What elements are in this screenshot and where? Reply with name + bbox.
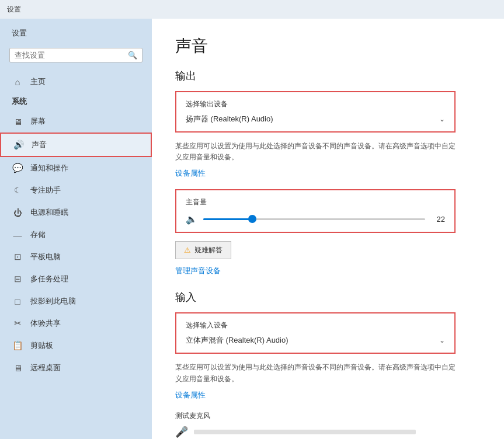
- sidebar-multitask-label: 多任务处理: [30, 274, 68, 284]
- sidebar-home-label: 主页: [30, 76, 46, 87]
- tablet-icon: ⊡: [12, 252, 23, 262]
- volume-slider-container[interactable]: [203, 213, 425, 225]
- input-device-box: 选择输入设备 立体声混音 (Realtek(R) Audio) ⌄: [175, 312, 456, 354]
- remote-icon: 🖥: [12, 363, 23, 373]
- power-icon: ⏻: [12, 208, 23, 218]
- sidebar-focus-label: 专注助手: [30, 185, 61, 196]
- mic-test-label: 测试麦克风: [175, 411, 481, 421]
- mic-level-bar: [194, 430, 416, 434]
- warning-icon: ⚠: [184, 246, 191, 255]
- sidebar-power-label: 电源和睡眠: [30, 207, 68, 218]
- input-section-title: 输入: [175, 290, 481, 304]
- input-device-properties-link[interactable]: 设备属性: [175, 390, 206, 400]
- sidebar-tablet-label: 平板电脑: [30, 252, 61, 262]
- input-device-label: 选择输入设备: [186, 320, 445, 330]
- page-title: 声音: [175, 35, 481, 57]
- multitask-icon: ⊟: [12, 274, 23, 284]
- output-device-value: 扬声器 (Realtek(R) Audio): [186, 114, 273, 124]
- sidebar-project-label: 投影到此电脑: [30, 296, 76, 306]
- sidebar-item-home[interactable]: ⌂ 主页: [0, 71, 152, 93]
- project-icon: □: [12, 297, 23, 306]
- volume-box: 主音量 🔈 22: [175, 189, 456, 233]
- home-icon: ⌂: [12, 77, 23, 87]
- sidebar-title: 设置: [0, 19, 152, 43]
- search-icon: 🔍: [128, 51, 137, 60]
- title-bar-label: 设置: [7, 5, 21, 15]
- input-dropdown-arrow: ⌄: [439, 336, 445, 344]
- sidebar-section-system: 系统: [0, 93, 152, 110]
- title-bar: 设置: [0, 0, 504, 19]
- slider-track: [203, 218, 425, 220]
- sidebar-clipboard-label: 剪贴板: [30, 340, 53, 351]
- input-device-value: 立体声混音 (Realtek(R) Audio): [186, 335, 289, 346]
- slider-thumb[interactable]: [248, 215, 256, 223]
- volume-icon: 🔈: [186, 214, 197, 225]
- sidebar-item-power[interactable]: ⏻ 电源和睡眠: [0, 201, 152, 224]
- sidebar-item-notification[interactable]: 💬 通知和操作: [0, 157, 152, 179]
- output-dropdown-arrow: ⌄: [439, 115, 445, 123]
- search-input[interactable]: [15, 51, 128, 60]
- output-device-box: 选择输出设备 扬声器 (Realtek(R) Audio) ⌄: [175, 91, 456, 133]
- display-icon: 🖥: [12, 117, 23, 127]
- sidebar-sound-label: 声音: [32, 140, 47, 150]
- sidebar: 设置 🔍 ⌂ 主页 系统 🖥 屏幕 🔊 声音 💬 通知和操作: [0, 19, 152, 439]
- sidebar-item-remote[interactable]: 🖥 远程桌面: [0, 357, 152, 379]
- sidebar-item-focus[interactable]: ☾ 专注助手: [0, 179, 152, 201]
- sidebar-item-multitask[interactable]: ⊟ 多任务处理: [0, 268, 152, 290]
- output-section-title: 输出: [175, 69, 481, 83]
- focus-icon: ☾: [12, 185, 23, 196]
- sidebar-notification-label: 通知和操作: [30, 163, 68, 173]
- sidebar-remote-label: 远程桌面: [30, 363, 61, 373]
- sound-icon: 🔊: [13, 140, 25, 150]
- sidebar-item-share[interactable]: ✂ 体验共享: [0, 312, 152, 335]
- sidebar-item-tablet[interactable]: ⊡ 平板电脑: [0, 246, 152, 268]
- mic-test-row: 🎤: [175, 426, 481, 438]
- output-device-dropdown[interactable]: 扬声器 (Realtek(R) Audio) ⌄: [186, 114, 445, 124]
- sidebar-share-label: 体验共享: [30, 318, 61, 329]
- troubleshoot-button[interactable]: ⚠ 疑难解答: [175, 241, 231, 259]
- notification-icon: 💬: [12, 163, 23, 173]
- volume-label: 主音量: [186, 197, 445, 207]
- sidebar-storage-label: 存储: [30, 229, 46, 240]
- output-device-label: 选择输出设备: [186, 99, 445, 109]
- mic-icon: 🎤: [175, 426, 188, 438]
- input-device-dropdown[interactable]: 立体声混音 (Realtek(R) Audio) ⌄: [186, 335, 445, 346]
- search-box[interactable]: 🔍: [9, 48, 142, 62]
- sidebar-item-clipboard[interactable]: 📋 剪贴板: [0, 335, 152, 357]
- sidebar-item-project[interactable]: □ 投影到此电脑: [0, 290, 152, 312]
- sidebar-display-label: 屏幕: [30, 116, 46, 127]
- slider-fill: [203, 218, 252, 220]
- share-icon: ✂: [12, 318, 23, 329]
- manage-sound-link[interactable]: 管理声音设备: [175, 266, 221, 276]
- storage-icon: —: [12, 230, 23, 240]
- sidebar-item-storage[interactable]: — 存储: [0, 224, 152, 246]
- output-info-text: 某些应用可以设置为使用与此处选择的声音设备不同的声音设备。请在高级声音选项中自定…: [175, 141, 456, 163]
- output-device-properties-link[interactable]: 设备属性: [175, 168, 206, 179]
- troubleshoot-label: 疑难解答: [194, 245, 223, 255]
- clipboard-icon: 📋: [12, 340, 23, 351]
- volume-value: 22: [431, 215, 445, 224]
- sidebar-item-display[interactable]: 🖥 屏幕: [0, 110, 152, 133]
- content-area: 声音 输出 选择输出设备 扬声器 (Realtek(R) Audio) ⌄ 某些…: [152, 19, 504, 439]
- sidebar-item-sound[interactable]: 🔊 声音: [0, 133, 152, 157]
- input-info-text: 某些应用可以设置为使用与此处选择的声音设备不同的声音设备。请在高级声音选项中自定…: [175, 362, 456, 384]
